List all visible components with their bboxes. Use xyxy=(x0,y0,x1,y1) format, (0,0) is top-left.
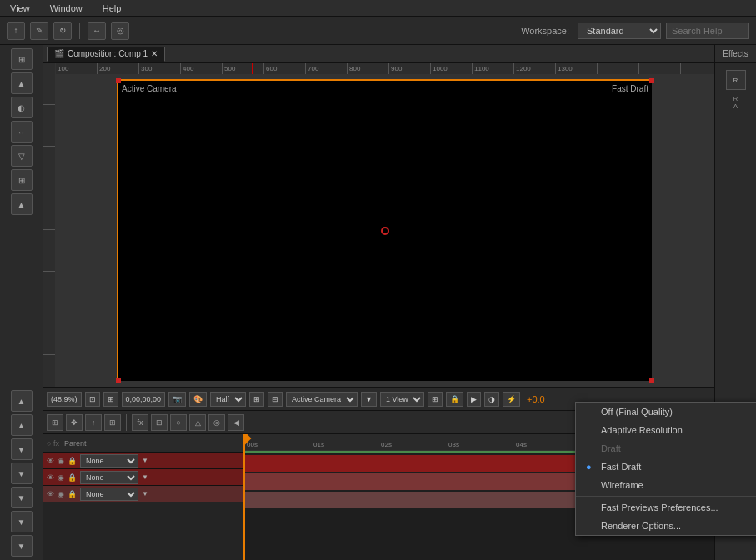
preview-btn[interactable]: ▶ xyxy=(467,392,481,407)
ctx-label-renderer: Renderer Options... xyxy=(601,521,681,531)
layer-dropdown-icon[interactable]: ▼ xyxy=(142,457,148,464)
arrow-tool[interactable]: ↑ xyxy=(7,22,25,40)
tl-btn-5[interactable]: fx xyxy=(132,414,148,431)
effects-letter-a: A xyxy=(733,102,738,110)
ctx-item-off-final[interactable]: Off (Final Quality) xyxy=(576,402,756,421)
fast-draft-label: Fast Draft xyxy=(612,84,648,93)
color-btn[interactable]: 🎨 xyxy=(189,392,207,407)
fit-btn[interactable]: ⊡ xyxy=(85,392,100,407)
tl-btn-9[interactable]: ◎ xyxy=(208,414,225,431)
tl-btn-2[interactable]: ✥ xyxy=(66,414,83,431)
left-btn-9[interactable]: ▼ xyxy=(11,438,33,460)
left-btn-12[interactable]: ▼ xyxy=(11,511,33,532)
layer-col-parent: Parent xyxy=(61,439,90,448)
tl-btn-6[interactable]: ⊟ xyxy=(151,414,168,431)
layer-dropdown-icon-3[interactable]: ▼ xyxy=(142,490,148,498)
layer-row: 👁 ◉ 🔒 None ▼ xyxy=(43,452,243,469)
scroll-down[interactable]: ▼ xyxy=(11,535,33,557)
layer-dropdown-icon-2[interactable]: ▼ xyxy=(142,473,148,481)
canvas-area[interactable]: Active Camera Fast Draft xyxy=(56,75,714,387)
pixel-btn[interactable]: ⊞ xyxy=(103,392,118,407)
menu-help[interactable]: Help xyxy=(99,2,125,15)
playhead[interactable] xyxy=(243,434,245,560)
corner-bl xyxy=(116,378,121,383)
menu-window[interactable]: Window xyxy=(47,2,86,15)
layer-solo-icon[interactable]: ◉ xyxy=(58,457,64,465)
tl-btn-8[interactable]: △ xyxy=(189,414,206,431)
context-menu: Off (Final Quality) Adaptive Resolution … xyxy=(575,402,756,536)
layer-eye-icon-3[interactable]: 👁 xyxy=(47,490,54,498)
corner-br xyxy=(649,378,654,383)
layer-lock-icon[interactable]: 🔒 xyxy=(68,457,77,465)
menu-view[interactable]: View xyxy=(7,2,33,15)
time-4: 04s xyxy=(516,441,527,448)
layer-parent-select-3[interactable]: None xyxy=(80,488,138,501)
ctx-item-fast-draft[interactable]: ● Fast Draft xyxy=(576,458,756,476)
layer-lock-icon-2[interactable]: 🔒 xyxy=(68,473,77,482)
layer-parent-select-2[interactable]: None xyxy=(80,471,138,484)
ctx-item-renderer[interactable]: Renderer Options... xyxy=(576,517,756,535)
left-btn-8[interactable]: ▲ xyxy=(11,414,33,436)
ctx-check-wireframe xyxy=(586,480,596,490)
tl-btn-10[interactable]: ◀ xyxy=(228,414,244,431)
layer-row: 👁 ◉ 🔒 None ▼ xyxy=(43,486,243,502)
view-select[interactable]: 1 View xyxy=(380,392,424,407)
tl-btn-1[interactable]: ⊞ xyxy=(47,414,63,431)
motion-blur-btn[interactable]: ◑ xyxy=(484,392,499,407)
tl-btn-7[interactable]: ○ xyxy=(170,414,187,431)
rotate-tool[interactable]: ↻ xyxy=(53,22,72,40)
left-btn-4[interactable]: ↔ xyxy=(11,121,33,142)
layer-eye-icon-2[interactable]: 👁 xyxy=(47,473,54,482)
search-input[interactable] xyxy=(666,22,749,39)
left-btn-3[interactable]: ◐ xyxy=(11,97,33,118)
ctx-item-fast-prefs[interactable]: Fast Previews Preferences... xyxy=(576,498,756,517)
ctx-check-draft xyxy=(586,443,596,453)
effect-swatch-1[interactable]: R xyxy=(726,70,746,90)
fast-preview-btn[interactable]: ⚡ xyxy=(503,392,520,407)
left-btn-1[interactable]: ⊞ xyxy=(11,48,33,70)
left-btn-5[interactable]: ▽ xyxy=(11,145,33,167)
comp-view-area: 100 200 300 400 500 600 700 800 900 1000… xyxy=(43,63,714,387)
orange-border-top xyxy=(118,79,652,81)
camera-select[interactable]: Active Camera xyxy=(286,392,358,407)
layer-solo-icon-2[interactable]: ◉ xyxy=(58,473,64,482)
ctx-label-fast-prefs: Fast Previews Preferences... xyxy=(601,502,718,512)
ctx-label-fast-draft: Fast Draft xyxy=(601,462,641,472)
left-btn-6[interactable]: ⊞ xyxy=(11,169,33,191)
zoom-display[interactable]: (48.9%) xyxy=(47,392,82,407)
camera-icon-ctrl[interactable]: 📷 xyxy=(168,392,186,407)
toolbar: ↑ ✎ ↻ ↔ ◎ Workspace: Standard xyxy=(0,17,756,45)
ctx-item-wireframe[interactable]: Wireframe xyxy=(576,476,756,494)
render-btn[interactable]: ⊞ xyxy=(249,392,264,407)
left-btn-11[interactable]: ▼ xyxy=(11,487,33,508)
layer-solo-icon-3[interactable]: ◉ xyxy=(58,490,64,498)
layer-lock-icon-3[interactable]: 🔒 xyxy=(68,490,77,498)
left-btn-10[interactable]: ▼ xyxy=(11,462,33,484)
workspace-select[interactable]: Standard xyxy=(578,22,661,39)
resolution-select[interactable]: Half xyxy=(210,392,246,407)
layer-parent-select[interactable]: None xyxy=(80,454,138,468)
grid-btn[interactable]: ⊞ xyxy=(428,392,443,407)
time-0: 00s xyxy=(247,441,258,448)
left-btn-7[interactable]: ▲ xyxy=(11,390,33,412)
corner-tr xyxy=(649,78,654,83)
scroll-up[interactable]: ▲ xyxy=(11,193,33,215)
left-btn-2[interactable]: ▲ xyxy=(11,72,33,94)
tl-btn-3[interactable]: ↑ xyxy=(85,414,102,431)
center-marker xyxy=(381,227,389,235)
tl-btn-4[interactable]: ⊞ xyxy=(104,414,121,431)
comp-tab[interactable]: 🎬 Composition: Comp 1 ✕ xyxy=(47,47,165,62)
lock-btn[interactable]: 🔒 xyxy=(446,392,463,407)
move-tool[interactable]: ↔ xyxy=(88,22,106,40)
dropdown-icon[interactable]: ▼ xyxy=(361,392,377,407)
layer-eye-icon[interactable]: 👁 xyxy=(47,457,54,465)
ctx-label-wireframe: Wireframe xyxy=(601,480,643,490)
ctx-item-adaptive[interactable]: Adaptive Resolution xyxy=(576,421,756,439)
pen-tool[interactable]: ✎ xyxy=(30,22,48,40)
ctx-item-draft[interactable]: Draft xyxy=(576,439,756,458)
comp-canvas: Active Camera Fast Draft xyxy=(118,81,652,381)
toggle-btn[interactable]: ⊟ xyxy=(268,392,283,407)
comp-tab-close[interactable]: ✕ xyxy=(151,49,158,58)
camera-tool[interactable]: ◎ xyxy=(111,22,129,40)
timecode-display[interactable]: 0;00;00;00 xyxy=(122,392,166,407)
